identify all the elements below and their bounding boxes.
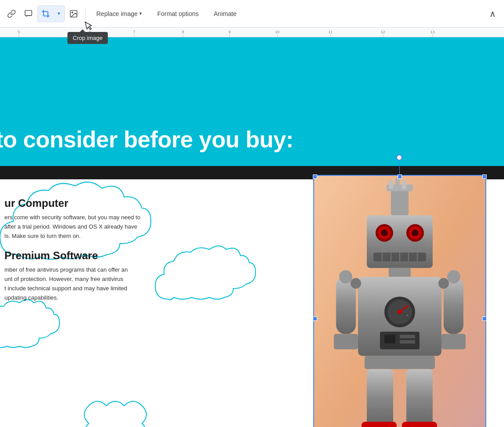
svg-rect-44 [362, 422, 397, 427]
image-options-icon [69, 9, 78, 18]
svg-rect-31 [384, 335, 395, 344]
svg-point-14 [381, 229, 388, 237]
svg-rect-45 [406, 369, 433, 426]
crop-icon [41, 9, 50, 18]
divider-1 [85, 7, 86, 20]
svg-point-35 [339, 270, 352, 284]
selection-handle-tl[interactable] [313, 174, 317, 179]
selection-handle-tr[interactable] [482, 174, 487, 179]
image-options-button[interactable] [66, 6, 82, 22]
svg-text:-: - [390, 313, 391, 317]
crop-button-group: ▾ [37, 5, 65, 22]
selection-handle-tm[interactable] [398, 174, 402, 179]
svg-rect-7 [395, 178, 400, 189]
svg-rect-33 [400, 340, 415, 344]
svg-point-2 [72, 12, 73, 12]
format-options-button[interactable]: Format options [150, 6, 205, 22]
comment-icon [24, 9, 33, 18]
text-section: ur Computer ers come with security softw… [0, 188, 311, 320]
svg-rect-0 [25, 10, 32, 16]
replace-image-button[interactable]: Replace image ▾ [89, 6, 149, 22]
collapse-icon: ∧ [489, 8, 496, 19]
headline-text: to consider before you buy: [0, 126, 293, 153]
robot-image[interactable]: - + [313, 175, 486, 427]
section1-title: ur Computer [4, 197, 306, 210]
rotation-handle[interactable] [396, 154, 402, 161]
format-options-label: Format options [157, 10, 198, 17]
svg-rect-8 [402, 180, 406, 189]
svg-rect-43 [367, 369, 393, 426]
link-button[interactable] [4, 6, 20, 22]
replace-image-label: Replace image [96, 10, 138, 17]
svg-point-37 [350, 278, 361, 289]
svg-point-39 [447, 270, 461, 284]
link-icon [7, 9, 16, 18]
svg-rect-40 [441, 334, 465, 349]
toolbar: ▾ Replace image ▾ Format options Animate… [0, 0, 504, 28]
svg-rect-46 [402, 422, 437, 427]
selection-handle-mr[interactable] [482, 316, 487, 321]
svg-rect-22 [389, 268, 410, 277]
comment-button[interactable] [20, 6, 36, 22]
svg-text:+: + [406, 313, 409, 317]
section2-title: Premium Software [4, 249, 306, 262]
replace-image-arrow: ▾ [139, 11, 142, 16]
ruler: 5 6 7 8 9 10 11 12 13 [0, 28, 504, 37]
animate-label: Animate [214, 10, 236, 17]
svg-point-41 [438, 278, 449, 289]
collapse-button[interactable]: ∧ [484, 6, 500, 22]
crop-dropdown-button[interactable]: ▾ [54, 6, 64, 22]
svg-rect-36 [334, 334, 358, 349]
svg-rect-6 [389, 180, 393, 189]
svg-point-15 [412, 229, 419, 237]
svg-rect-4 [391, 189, 409, 215]
svg-point-27 [398, 310, 402, 314]
svg-rect-32 [400, 335, 415, 338]
selection-handle-ml[interactable] [313, 316, 317, 321]
canvas-area: to consider before you buy: ur Computer … [0, 37, 504, 427]
section2-body: mber of free antivirus programs that can… [4, 265, 306, 302]
crop-button[interactable] [38, 6, 54, 22]
svg-rect-42 [365, 356, 435, 369]
robot-illustration: - + [314, 176, 485, 427]
section1-body: ers come with security software, but you… [4, 213, 306, 241]
animate-button[interactable]: Animate [207, 6, 244, 22]
